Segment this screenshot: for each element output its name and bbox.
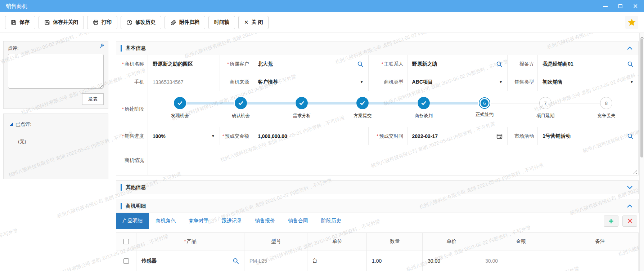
- attachment-archive-button[interactable]: 附件归档: [165, 16, 205, 29]
- dropdown-arrow-icon[interactable]: ▼: [630, 80, 634, 84]
- stage-step-1[interactable]: 发现机会: [149, 97, 210, 122]
- resize-grip-icon: [633, 170, 637, 174]
- history-button[interactable]: 修改历史: [121, 16, 161, 29]
- sales-type-value: 初次销售: [542, 79, 627, 85]
- price-cell[interactable]: 30.00: [423, 250, 480, 271]
- stage-dot-2[interactable]: [235, 97, 247, 109]
- stage-step-5[interactable]: 商务谈判: [393, 97, 454, 122]
- calendar-icon-wrap[interactable]: [496, 133, 503, 139]
- current-stage-label-text: 所处阶段: [125, 106, 144, 112]
- stage-step-2[interactable]: 确认机会: [210, 97, 271, 122]
- tab-6[interactable]: 销售合同: [282, 213, 315, 229]
- stage-connector: [430, 102, 478, 105]
- pin-icon[interactable]: [99, 44, 105, 51]
- tab-7[interactable]: 阶段历史: [315, 213, 348, 229]
- stage-dot-5[interactable]: [418, 97, 430, 109]
- reviewed-header[interactable]: 已点评:: [9, 121, 102, 128]
- opportunity-type-field[interactable]: ABC项目▼: [407, 73, 508, 91]
- search-icon-wrap[interactable]: [357, 61, 364, 67]
- stage-step-3[interactable]: 需求分析: [271, 97, 332, 122]
- maximize-icon[interactable]: [617, 3, 623, 9]
- dropdown-arrow-icon[interactable]: ▼: [499, 80, 503, 84]
- mobile-field[interactable]: 13365334567: [148, 73, 220, 91]
- stage-dot-1[interactable]: [174, 97, 186, 109]
- opportunity-description-field[interactable]: [148, 145, 638, 176]
- check-icon: [421, 100, 427, 106]
- collapse-triangle-icon: [9, 123, 13, 126]
- tab-5[interactable]: 销售报价: [248, 213, 282, 229]
- qty-cell[interactable]: 1.00: [367, 250, 423, 271]
- opportunity-name-value: 野原新之助的园区: [153, 61, 215, 67]
- opportunity-type-value: ABC项目: [412, 79, 496, 85]
- opportunity-source-field[interactable]: 客户推荐▼: [253, 73, 369, 91]
- stage-dot-8[interactable]: 8: [600, 97, 612, 109]
- dropdown-arrow-icon[interactable]: ▼: [211, 134, 215, 138]
- expected-date-field[interactable]: 2022-02-17: [407, 127, 508, 145]
- section-other-header[interactable]: 其他信息: [116, 180, 639, 194]
- amount-cell: 30.00: [480, 250, 561, 271]
- opportunity-source-value: 客户推荐: [258, 79, 357, 85]
- minimize-icon[interactable]: [602, 3, 608, 9]
- delete-row-button[interactable]: [622, 216, 637, 227]
- expected-amount-field[interactable]: 1,000,000.00: [253, 127, 369, 145]
- timeline-button[interactable]: 时间轴: [208, 16, 235, 29]
- chevron-down-icon[interactable]: [627, 186, 632, 189]
- opportunity-name-label-text: 商机名称: [125, 61, 144, 67]
- tab-4[interactable]: 跟进记录: [215, 213, 248, 229]
- customer-field[interactable]: 北大荒: [253, 55, 369, 73]
- note-cell[interactable]: [561, 250, 639, 271]
- stage-step-8[interactable]: 8竞争丢失: [576, 97, 637, 122]
- stage-dot-6[interactable]: 6: [479, 98, 490, 108]
- chevron-up-icon[interactable]: [627, 204, 632, 208]
- search-icon: [627, 61, 634, 67]
- tab-1[interactable]: 产品明细: [116, 213, 149, 229]
- stage-step-6[interactable]: 6正式签约: [454, 97, 515, 122]
- detail-tabs: 产品明细商机角色竞争对手跟进记录销售报价销售合同阶段历史: [116, 213, 348, 229]
- print-button[interactable]: 打印: [87, 16, 117, 29]
- unit-cell[interactable]: 台: [307, 250, 367, 271]
- search-icon-wrap[interactable]: [627, 61, 634, 67]
- select-all-checkbox[interactable]: [123, 239, 129, 244]
- chevron-up-icon[interactable]: [627, 46, 632, 50]
- comment-label: 点评:: [8, 45, 104, 52]
- search-icon-wrap[interactable]: [496, 61, 503, 67]
- stage-dot-4[interactable]: [356, 97, 369, 109]
- reporting-party-field[interactable]: 我是经销商01: [538, 55, 638, 73]
- search-icon-wrap[interactable]: [233, 258, 239, 264]
- column-header-text: 备注: [595, 239, 605, 244]
- dropdown-arrow-icon[interactable]: ▼: [360, 80, 364, 84]
- calendar-icon: [496, 133, 503, 139]
- tab-2[interactable]: 商机角色: [149, 213, 182, 229]
- opportunity-source-label: 商机来源: [220, 73, 253, 91]
- tab-3[interactable]: 竞争对手: [182, 213, 215, 229]
- stage-dot-7[interactable]: 7: [539, 97, 551, 109]
- marketing-campaign-value: 1号营销活动: [542, 133, 624, 139]
- save-and-close-button[interactable]: 保存并关闭: [39, 16, 84, 29]
- marketing-campaign-field[interactable]: 1号营销活动: [538, 127, 638, 145]
- customer-value: 北大荒: [258, 61, 354, 67]
- required-asterisk: *: [222, 133, 224, 139]
- vertical-scrollbar[interactable]: [639, 33, 644, 271]
- close-button[interactable]: ✕ 关 闭: [238, 16, 269, 29]
- row-checkbox[interactable]: [123, 258, 129, 264]
- window-close-icon[interactable]: ✕: [632, 3, 638, 9]
- scrollbar-thumb[interactable]: [640, 39, 643, 157]
- stage-step-4[interactable]: 方案提交: [332, 97, 393, 122]
- add-row-button[interactable]: [604, 216, 618, 227]
- favorite-star-button[interactable]: [625, 16, 638, 29]
- section-detail-header[interactable]: 商机明细: [116, 199, 639, 213]
- stage-dot-3[interactable]: [296, 97, 308, 109]
- save-button[interactable]: 保存: [5, 16, 35, 29]
- search-icon-wrap[interactable]: [627, 133, 634, 139]
- stage-label: 发现机会: [171, 113, 189, 119]
- publish-button[interactable]: 发表: [82, 93, 104, 105]
- product-cell[interactable]: 传感器: [136, 250, 244, 271]
- stage-step-7[interactable]: 7项目延期: [515, 97, 576, 122]
- sales-type-field[interactable]: 初次销售▼: [538, 73, 638, 91]
- sales-progress-field[interactable]: 100%▼: [148, 127, 220, 145]
- primary-contact-field[interactable]: 野原新之助: [407, 55, 508, 73]
- section-basic-header[interactable]: 基本信息: [116, 41, 639, 55]
- model-cell[interactable]: PM-L25: [244, 250, 307, 271]
- opportunity-name-field[interactable]: 野原新之助的园区: [148, 55, 220, 73]
- comment-input[interactable]: [8, 54, 104, 89]
